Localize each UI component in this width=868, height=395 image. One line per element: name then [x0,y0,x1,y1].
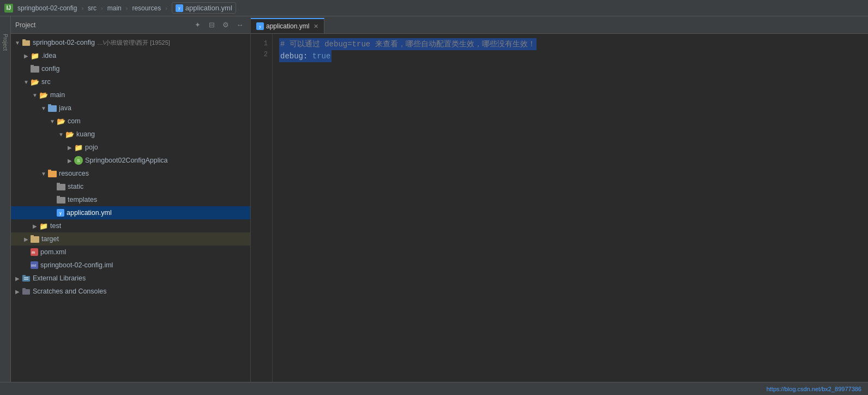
tree-templates[interactable]: templates [11,193,250,206]
breadcrumb-file[interactable]: y application.yml [172,2,236,14]
title-bar: IJ springboot-02-config › src › main › r… [0,0,868,16]
svg-rect-19 [22,275,26,277]
svg-rect-23 [22,288,26,290]
svg-rect-4 [48,105,57,112]
tree-target[interactable]: target [11,232,250,246]
svg-rect-2 [31,66,39,73]
toolbar-btn-settings[interactable]: ⚙ [220,19,232,31]
test-folder-icon: 📁 [39,222,48,230]
tree-pojo[interactable]: 📁 pojo [11,141,250,154]
left-sidebar-icons: Project [0,16,11,382]
main-layout: Project Project ✦ ⊟ ⚙ ↔ springboot-02-co… [0,16,868,382]
breadcrumb-sep-4: › [165,5,167,11]
root-label: springboot-02-config [33,39,95,46]
pojo-arrow [65,143,74,152]
svg-rect-5 [48,104,51,106]
breadcrumb-resources-label: resources [132,4,161,12]
tree-scratches[interactable]: Scratches and Consoles [11,285,250,298]
yaml-icon-breadcrumb: y [176,4,183,12]
tree-idea[interactable]: 📁 .idea [11,49,250,62]
tree-resources[interactable]: resources [11,167,250,180]
idea-folder-icon: 📁 [31,51,39,60]
tree-external-libs[interactable]: External Libraries [11,272,250,285]
tree-src[interactable]: 📂 src [11,75,250,88]
line-num-1: 1 [251,38,268,49]
toolbar-btn-expand[interactable]: ↔ [234,19,246,31]
sidebar-vertical-1[interactable]: Project [1,21,10,64]
tree-iml[interactable]: iml springboot-02-config.iml [11,259,250,272]
panel-title: Project [15,21,189,29]
svg-rect-22 [22,289,30,295]
root-folder-icon [22,38,31,47]
breadcrumb-main[interactable]: main [107,4,122,12]
tree-pom[interactable]: m pom.xml [11,246,250,259]
svg-rect-0 [22,40,30,46]
status-url[interactable]: https://blog.csdn.net/bx2_89977386 [767,386,861,392]
target-folder-icon [31,235,39,243]
templates-arrow [48,195,57,204]
tree-root[interactable]: springboot-02-config …\小班级管理\西开 [19525] [11,36,250,49]
editor-tabs: y application.yml ✕ [251,16,868,34]
toolbar-btn-collapse[interactable]: ⊟ [206,19,218,31]
test-label: test [50,222,61,230]
target-label: target [41,235,59,243]
springapp-arrow [65,156,74,165]
line-num-2: 2 [251,49,268,60]
project-panel: Project ✦ ⊟ ⚙ ↔ springboot-02-config …\小… [11,16,251,382]
tree-application-yml[interactable]: y application.yml [11,206,250,219]
resources-folder-icon [48,169,57,178]
root-arrow [13,38,22,47]
svg-rect-7 [48,170,51,171]
static-folder-icon [57,182,65,191]
svg-rect-11 [57,196,60,198]
config-label: config [41,65,59,73]
root-subtitle: …\小班级管理\西开 [19525] [97,39,170,47]
static-label: static [68,183,83,190]
svg-rect-6 [48,171,57,177]
svg-rect-13 [31,235,34,237]
tab-application-yml[interactable]: y application.yml ✕ [251,18,324,33]
main-label: main [50,91,65,99]
kuang-label: kuang [76,130,95,138]
tree-com[interactable]: 📂 com [11,115,250,128]
xml-icon: m [31,248,38,256]
code-line-1: # 可以通过 debug=true 来查看，哪些自动配置类生效，哪些没有生效！ [279,38,861,50]
iml-arrow [22,261,31,270]
pom-label: pom.xml [40,248,66,256]
tree-java[interactable]: java [11,101,250,115]
src-folder-icon: 📂 [31,77,39,86]
java-folder-icon [48,104,57,112]
tree-test[interactable]: 📁 test [11,219,250,232]
project-name: springboot-02-config [17,4,77,12]
tree-kuang[interactable]: 📂 kuang [11,128,250,141]
breadcrumb-src[interactable]: src [88,4,97,12]
yml-arrow [48,208,57,217]
breadcrumb-resources[interactable]: resources [132,4,161,12]
scratches-label: Scratches and Consoles [33,288,107,295]
kuang-arrow [57,130,65,139]
tab-close-btn[interactable]: ✕ [314,23,318,30]
target-arrow [22,235,31,243]
tree-springapp[interactable]: S Springboot02ConfigApplica [11,154,250,167]
yaml-icon: y [57,209,64,217]
java-label: java [59,104,71,112]
com-arrow [48,117,57,125]
static-arrow [48,182,57,191]
toolbar-btn-new[interactable]: ✦ [191,19,203,31]
tree-main[interactable]: 📂 main [11,88,250,101]
resources-label: resources [59,170,89,177]
src-label: src [41,78,51,86]
breadcrumb-project[interactable]: springboot-02-config [17,4,77,12]
templates-label: templates [68,196,97,204]
idea-label: .idea [41,52,56,59]
config-folder-icon [31,64,39,73]
tree-static[interactable]: static [11,180,250,193]
main-arrow [31,91,39,99]
panel-toolbar: Project ✦ ⊟ ⚙ ↔ [11,16,250,34]
breadcrumb-src-label: src [88,4,97,12]
code-editor[interactable]: # 可以通过 debug=true 来查看，哪些自动配置类生效，哪些没有生效！ … [273,34,868,382]
scratches-icon [22,287,31,296]
svg-rect-12 [31,236,39,243]
tree-config[interactable]: config [11,62,250,75]
svg-rect-1 [22,39,26,41]
